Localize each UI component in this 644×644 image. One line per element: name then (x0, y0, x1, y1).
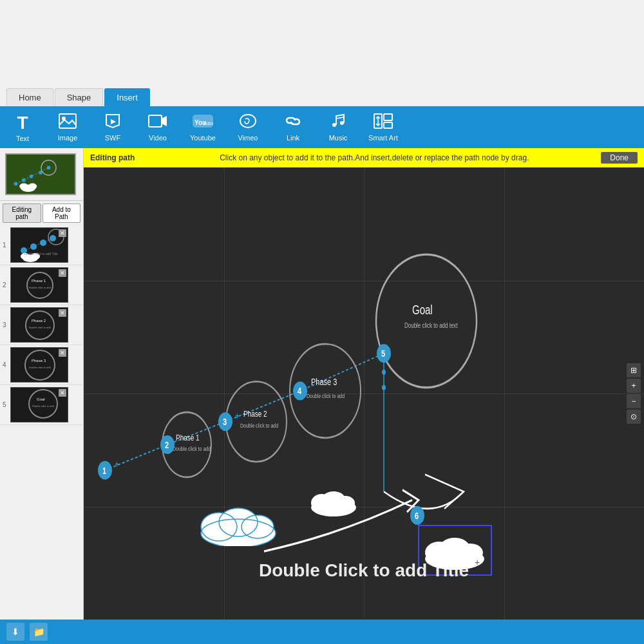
slide-thumb-1: Double click to add Title ✕ (10, 227, 68, 263)
music-icon (330, 113, 346, 133)
svg-text:Double click to add text: Double click to add text (404, 322, 458, 329)
canvas-title[interactable]: Double Click to add Title (259, 560, 469, 581)
svg-text:Phase 1: Phase 1 (176, 432, 200, 442)
svg-text:Double click to add: Double click to add (240, 422, 278, 429)
toolbar-smartart-label: Smart Art (368, 134, 398, 142)
toolbar-text[interactable]: T Text (6, 113, 39, 142)
svg-text:2: 2 (165, 439, 169, 450)
sidebar: Editing path Add to Path 1 (0, 148, 84, 620)
slide-close-5[interactable]: ✕ (59, 389, 66, 397)
svg-text:Double click to add: Double click to add (29, 326, 51, 329)
svg-text:5: 5 (381, 348, 385, 359)
toolbar-vimeo-label: Vimeo (238, 134, 258, 142)
grid-v2 (364, 167, 365, 620)
zoom-fit[interactable]: ⊞ (627, 363, 641, 377)
swf-icon (104, 113, 122, 133)
svg-point-75 (382, 385, 386, 390)
slide-list: 1 Double click to add Title (0, 225, 83, 620)
toolbar-video-label: Video (149, 134, 167, 142)
slide-item-5[interactable]: 5 Goal Double click to add ✕ (0, 385, 83, 425)
svg-point-63 (160, 435, 175, 454)
svg-point-54 (290, 344, 361, 438)
toolbar-smartart[interactable]: Smart Art (367, 113, 399, 142)
svg-point-60 (98, 461, 112, 480)
svg-point-57 (376, 254, 477, 388)
svg-text:Double click to add: Double click to add (173, 446, 211, 452)
slide-num-2: 2 (3, 281, 10, 289)
svg-text:Double click to add: Double click to add (29, 286, 51, 289)
slide-close-4[interactable]: ✕ (59, 349, 66, 357)
tab-insert[interactable]: Insert (104, 88, 150, 106)
toolbar-image[interactable]: Image (52, 113, 84, 142)
svg-text:Phase 2: Phase 2 (243, 408, 267, 418)
add-to-path-btn[interactable]: Add to Path (43, 204, 80, 223)
svg-point-68 (293, 381, 307, 400)
svg-point-65 (218, 412, 232, 431)
svg-text:+: + (115, 459, 119, 470)
tab-shape[interactable]: Shape (55, 88, 104, 106)
svg-point-48 (162, 412, 211, 477)
grid-v3 (504, 167, 505, 620)
slide-item-3[interactable]: 3 Phase 2 Double click to add ✕ (0, 305, 83, 345)
toolbar-youtube[interactable]: You Tube Youtube (187, 113, 219, 142)
svg-text:4: 4 (298, 386, 302, 397)
toolbar-link[interactable]: Link (277, 113, 309, 142)
status-download[interactable]: ⬇ (6, 623, 24, 641)
status-bar: ⬇ 📁 (0, 620, 644, 644)
svg-point-18 (19, 183, 28, 189)
svg-point-11 (22, 178, 26, 182)
svg-text:Double click to add: Double click to add (32, 404, 54, 408)
toolbar-music[interactable]: Music (322, 113, 354, 142)
slide-thumb-3: Phase 2 Double click to add ✕ (10, 307, 68, 343)
smartart-icon (374, 113, 393, 133)
svg-point-23 (40, 240, 46, 246)
svg-rect-2 (149, 115, 162, 127)
slide-item-4[interactable]: 4 Phase 3 Double click to add ✕ (0, 345, 83, 385)
slide-close-3[interactable]: ✕ (59, 309, 66, 317)
slide-close-2[interactable]: ✕ (59, 269, 66, 277)
zoom-out[interactable]: − (627, 394, 641, 408)
svg-text:+: + (475, 557, 480, 567)
svg-text:Double click to add Title: Double click to add Title (24, 252, 58, 256)
path-buttons: Editing path Add to Path (0, 201, 83, 225)
nav-tabs: Home Shape Insert (0, 0, 644, 106)
svg-point-87 (336, 496, 355, 510)
main-layout: Editing path Add to Path 1 (0, 148, 644, 620)
svg-text:+: + (235, 410, 240, 421)
preview-thumb (5, 153, 76, 195)
editing-path-btn[interactable]: Editing path (3, 204, 41, 223)
svg-text:Tube: Tube (203, 120, 213, 126)
svg-text:6: 6 (415, 510, 419, 521)
canvas-area[interactable]: Phase 1 Double click to add Phase 2 Doub… (84, 167, 644, 620)
grid-v1 (224, 167, 225, 620)
cloud-large (196, 498, 280, 549)
toolbar-swf-label: SWF (105, 134, 120, 142)
slide-item-1[interactable]: 1 Double click to add Title (0, 225, 83, 265)
svg-point-14 (47, 166, 51, 169)
toolbar-video[interactable]: Video (142, 113, 174, 142)
svg-text:Phase 1: Phase 1 (32, 279, 46, 283)
tab-home[interactable]: Home (6, 88, 53, 106)
slide-thumb-4: Phase 3 Double click to add ✕ (10, 347, 68, 383)
toolbar-image-label: Image (58, 134, 78, 142)
youtube-icon: You Tube (193, 113, 213, 133)
toolbar-swf[interactable]: SWF (97, 113, 129, 142)
svg-text:Phase 3: Phase 3 (311, 376, 337, 387)
svg-rect-8 (384, 122, 392, 128)
status-folder[interactable]: 📁 (30, 623, 48, 641)
zoom-reset[interactable]: ⊙ (627, 410, 641, 424)
toolbar-text-label: Text (16, 135, 29, 142)
image-icon (59, 113, 77, 133)
slide-item-2[interactable]: 2 Phase 1 Double click to add ✕ (0, 265, 83, 305)
cloud-small (308, 485, 359, 520)
editing-bar-label: Editing path (90, 153, 135, 162)
preview-panel (0, 148, 83, 201)
zoom-in[interactable]: + (627, 379, 641, 393)
done-button[interactable]: Done (601, 152, 638, 164)
zoom-controls: ⊞ + − ⊙ (627, 363, 641, 424)
slide-close-1[interactable]: ✕ (59, 229, 66, 237)
toolbar-link-label: Link (287, 134, 299, 142)
editing-bar-message: Click on any object to add it to the pat… (147, 153, 601, 162)
slide-thumb-2: Phase 1 Double click to add ✕ (10, 267, 68, 303)
toolbar-vimeo[interactable]: Vimeo (232, 113, 264, 142)
